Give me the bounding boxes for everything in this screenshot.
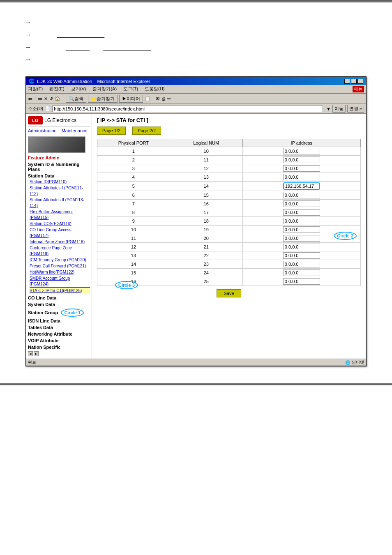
page-2-button[interactable]: Page 2/2 <box>132 127 161 135</box>
circle-1-label: Circle 1 <box>61 309 84 317</box>
menu-file[interactable]: 파일(F) <box>28 86 43 92</box>
cell-physical-12: 13 <box>97 251 170 260</box>
scroll-right-btn[interactable]: ► <box>34 351 39 356</box>
sidebar-link-preset-cf[interactable]: Preset Call Forward (PGM121) <box>30 263 90 269</box>
toolbar-search-btn[interactable]: 🔍검색 <box>66 95 86 103</box>
window-controls[interactable]: _ □ × <box>344 79 363 84</box>
toolbar-back-icon[interactable]: ⬅ <box>28 96 32 102</box>
maximize-button[interactable]: □ <box>351 79 357 84</box>
toolbar-refresh-icon[interactable]: ↺ <box>49 96 53 101</box>
sidebar-group-co-line[interactable]: CO Line Data <box>28 295 90 300</box>
sidebar-link-sta-ip[interactable]: STA <-> IP for CTI(PGM125) <box>30 288 90 294</box>
nav-administration[interactable]: Administration <box>28 128 57 133</box>
page-1-button[interactable]: Page 1/2 <box>97 127 126 135</box>
sidebar-group-station-data[interactable]: Station Data <box>28 173 90 178</box>
ip-input-14[interactable] <box>283 269 320 276</box>
address-input[interactable] <box>52 106 323 112</box>
cell-ip-12[interactable] <box>242 251 360 260</box>
cell-ip-7[interactable] <box>242 208 360 217</box>
sidebar-link-internal-page[interactable]: Internal Page Zone (PGM118) <box>30 239 90 245</box>
ip-input-4[interactable] <box>283 182 320 190</box>
save-button[interactable]: Save <box>217 289 241 297</box>
cell-physical-2: 3 <box>97 164 170 173</box>
cell-ip-14[interactable] <box>242 269 360 277</box>
toolbar-stop-icon[interactable]: ✕ <box>44 96 48 101</box>
cell-ip-8[interactable] <box>242 217 360 226</box>
sidebar-group-system-data[interactable]: System Data <box>28 302 90 307</box>
sidebar-group-isdn[interactable]: ISDN Line Data <box>28 318 90 323</box>
cell-ip-13[interactable] <box>242 260 360 269</box>
go-button[interactable]: 이동 <box>332 105 346 113</box>
sidebar-group-networking[interactable]: Networking Attribute <box>28 332 90 336</box>
browser-icon: 🌐 <box>29 78 35 84</box>
cell-physical-14: 15 <box>97 269 170 277</box>
sidebar-link-station-attr1[interactable]: Station Attributes I (PGM111-112) <box>30 185 90 197</box>
sidebar-link-hotwarm[interactable]: Hot/Warm line(PGM122) <box>30 269 90 275</box>
sidebar-group-tables[interactable]: Tables Data <box>28 325 90 330</box>
ip-input-6[interactable] <box>283 200 320 207</box>
sidebar-link-conf-page[interactable]: Conference Page Zone (PGM119) <box>30 245 90 257</box>
ip-input-9[interactable] <box>283 226 320 233</box>
cell-ip-0[interactable] <box>242 147 360 156</box>
cell-logical-8: 18 <box>170 217 242 226</box>
toolbar-print-icon[interactable]: 🖨 <box>161 96 166 101</box>
toolbar-mail-icon[interactable]: ✉ <box>156 96 159 101</box>
toolbar-sep-1: | <box>35 96 36 101</box>
ip-input-2[interactable] <box>283 165 320 172</box>
ip-input-5[interactable] <box>283 192 320 198</box>
cell-ip-5[interactable] <box>242 191 360 200</box>
table-row: 1423 <box>97 260 361 269</box>
minimize-button[interactable]: _ <box>344 79 350 84</box>
connect-button[interactable]: 연결 » <box>347 105 364 113</box>
menu-help[interactable]: 도움말(H) <box>145 86 164 92</box>
toolbar-edit-icon[interactable]: ✏ <box>167 96 171 101</box>
toolbar-media-btn[interactable]: ▶미디어 <box>119 95 143 103</box>
menu-tools[interactable]: 도구(T) <box>123 86 138 92</box>
ip-input-10[interactable] <box>283 235 320 242</box>
ip-input-0[interactable] <box>283 148 320 154</box>
cell-ip-2[interactable] <box>242 164 360 173</box>
sidebar-group-station[interactable]: Station Group Circle 1 <box>28 309 90 317</box>
cell-ip-4[interactable] <box>242 182 360 191</box>
sidebar-link-icm-tenancy[interactable]: ICM Tenancy Group (PGM120) <box>30 257 90 263</box>
ip-input-1[interactable] <box>283 157 320 163</box>
sidebar-link-station-cos[interactable]: Station COS(PGM116) <box>30 221 90 227</box>
feature-admin-title: Feature Admin <box>28 155 90 160</box>
menu-view[interactable]: 보기(V) <box>71 86 86 92</box>
sidebar-group-nation[interactable]: Nation Specific <box>28 345 90 350</box>
circle-3-label: Circle 3 <box>115 281 138 289</box>
ip-input-15[interactable] <box>283 278 320 285</box>
ip-input-11[interactable] <box>283 244 320 250</box>
ip-input-13[interactable] <box>283 261 320 267</box>
cell-ip-1[interactable] <box>242 156 360 164</box>
ip-input-8[interactable] <box>283 218 320 224</box>
ip-input-12[interactable] <box>283 252 320 259</box>
arrow-icon-4: → <box>25 56 31 63</box>
ip-input-7[interactable] <box>283 209 320 216</box>
cell-ip-11[interactable] <box>242 243 360 251</box>
cell-logical-13: 23 <box>170 260 242 269</box>
cell-ip-3[interactable] <box>242 173 360 182</box>
sidebar-link-flex-button[interactable]: Flex Button Assignment (PGM115) <box>30 209 90 221</box>
sidebar-link-co-line-group[interactable]: CO Line Group Access (PGM117) <box>30 227 90 239</box>
toolbar-history-icon[interactable]: 📋 <box>145 96 150 101</box>
table-row: 1221 <box>97 243 361 251</box>
toolbar-fav-btn[interactable]: ⭐즐겨찾기 <box>88 95 118 103</box>
menu-favorites[interactable]: 즐겨찾기(A) <box>92 86 117 92</box>
sidebar-link-station-attr2[interactable]: Station Attributes II (PGM113-114) <box>30 197 90 209</box>
sidebar-link-station-id[interactable]: Station ID(PGM110) <box>30 179 90 185</box>
toolbar-forward-icon[interactable]: ➡ <box>38 96 42 102</box>
cell-ip-6[interactable] <box>242 200 360 208</box>
instruction-line-2: → ________________ <box>25 31 367 39</box>
sidebar-group-system-id[interactable]: System ID & Numbering Plans <box>28 162 90 172</box>
table-row: 1524 <box>97 269 361 277</box>
sidebar-link-smdr[interactable]: SMDR Account Group (PGM124) <box>30 276 90 288</box>
ip-input-3[interactable] <box>283 174 320 180</box>
menu-edit[interactable]: 편집(E) <box>49 86 65 92</box>
toolbar-home-icon[interactable]: 🏠 <box>55 96 60 101</box>
nav-maintenance[interactable]: Maintenance <box>62 128 88 133</box>
sidebar-group-voip[interactable]: VOIP Attribute <box>28 338 90 343</box>
browser-menubar: 파일(F) 편집(E) 보기(V) 즐겨찾기(A) 도구(T) 도움말(H) 매… <box>26 85 366 94</box>
close-button[interactable]: × <box>357 79 363 84</box>
scroll-left-btn[interactable]: ◄ <box>28 351 33 356</box>
